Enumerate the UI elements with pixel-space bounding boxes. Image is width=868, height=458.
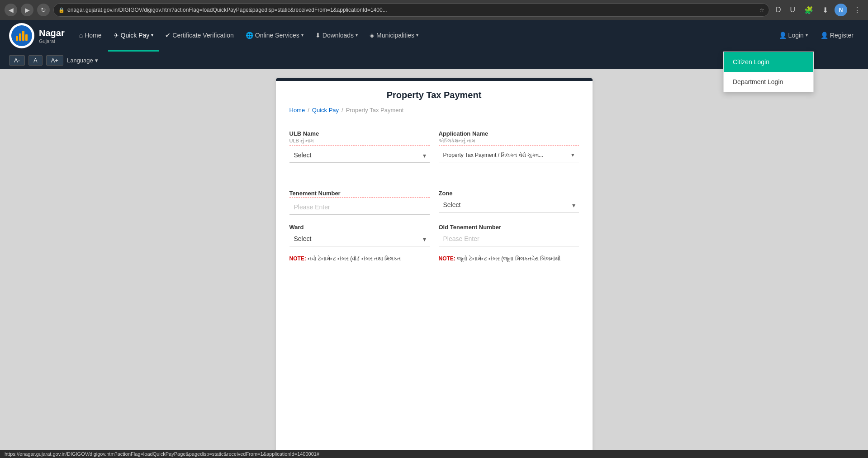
- ulb-select[interactable]: Select: [289, 148, 430, 163]
- nav-quick-pay-label: Quick Pay: [121, 32, 150, 39]
- logo-area: Nagar Gujarat: [9, 23, 65, 48]
- nav-downloads[interactable]: ⬇ Downloads ▾: [310, 20, 363, 52]
- app-name-value: Property Tax Payment / મિલકત વેરો ચુકવ..…: [443, 152, 544, 158]
- ward-group: Ward Select: [289, 224, 430, 246]
- form-row-3: Ward Select Old Tenement Number: [289, 224, 579, 246]
- app-name-display: Property Tax Payment / મિલકત વેરો ચુકવ..…: [439, 148, 579, 162]
- ward-select[interactable]: Select: [289, 231, 430, 246]
- bar3: [22, 31, 24, 41]
- old-tenement-group: Old Tenement Number: [439, 224, 579, 246]
- quick-pay-icon: ✈: [114, 32, 119, 39]
- main-navbar: Nagar Gujarat ⌂ Home ✈ Quick Pay ▾ ✔ Cer…: [0, 20, 868, 52]
- reload-button[interactable]: ↻: [37, 4, 50, 16]
- nav-login[interactable]: 👤 Login ▾: [773, 20, 813, 52]
- star-icon: ☆: [759, 7, 764, 13]
- extension-u-btn[interactable]: U: [787, 5, 798, 15]
- bar4: [25, 34, 28, 41]
- url-bar[interactable]: 🔒 enagar.gujarat.gov.in/DIGIGOV/digigov.…: [53, 3, 769, 17]
- logo-circle: [9, 23, 34, 48]
- app-name-label: Application Name: [439, 130, 579, 137]
- logo-inner: [11, 25, 32, 46]
- forward-button[interactable]: ▶: [21, 4, 33, 16]
- register-icon: 👤: [821, 32, 828, 39]
- main-content: Property Tax Payment Home / Quick Pay / …: [0, 69, 868, 458]
- nav-online-services-label: Online Services: [255, 32, 299, 39]
- tenement-group: Tenement Number: [289, 190, 430, 215]
- logo-text: Nagar Gujarat: [39, 28, 65, 44]
- zone-group: Zone Select: [439, 190, 579, 215]
- breadcrumb: Home / Quick Pay / Property Tax Payment: [276, 105, 593, 121]
- nav-cert-label: Certificate Verification: [172, 32, 233, 39]
- note1-bold: NOTE:: [289, 255, 306, 262]
- login-icon: 👤: [779, 32, 787, 39]
- zone-select-wrap: Select: [439, 198, 579, 212]
- content-card: Property Tax Payment Home / Quick Pay / …: [276, 78, 593, 458]
- tenement-input[interactable]: [289, 200, 430, 215]
- ulb-name-label: ULB Name: [289, 130, 430, 137]
- language-label: Language: [67, 57, 93, 64]
- app-name-sublabel: એપ્લિકેશનનું નામ: [439, 138, 579, 144]
- login-caret-icon: ▾: [806, 33, 808, 38]
- home-icon: ⌂: [79, 32, 83, 39]
- status-bar: https://enagar.gujarat.gov.in/DIGIGOV/di…: [0, 450, 868, 458]
- ulb-select-wrap: Select: [289, 148, 430, 163]
- profile-avatar[interactable]: N: [835, 4, 847, 16]
- nav-municipalities-label: Municipalities: [376, 32, 414, 39]
- nav-home[interactable]: ⌂ Home: [74, 20, 107, 52]
- font-decrease-btn[interactable]: A-: [9, 55, 25, 66]
- browser-chrome: ◀ ▶ ↻ 🔒 enagar.gujarat.gov.in/DIGIGOV/di…: [0, 0, 868, 20]
- extension-d-btn[interactable]: D: [773, 5, 784, 15]
- cert-icon: ✔: [165, 32, 171, 39]
- font-normal-btn[interactable]: A: [28, 55, 43, 66]
- menu-btn[interactable]: ⋮: [851, 5, 863, 15]
- logo-subtitle: Gujarat: [39, 38, 65, 44]
- breadcrumb-quick-pay[interactable]: Quick Pay: [312, 107, 339, 113]
- page-title: Property Tax Payment: [276, 81, 593, 105]
- old-tenement-label: Old Tenement Number: [439, 224, 579, 231]
- nav-online-services[interactable]: 🌐 Online Services ▾: [240, 20, 309, 52]
- app-name-caret-icon: ▾: [571, 151, 574, 158]
- nav-cert-verify[interactable]: ✔ Certificate Verification: [160, 20, 239, 52]
- ulb-name-sublabel: ULB નું નામ: [289, 138, 430, 144]
- note2-bold: NOTE:: [439, 255, 455, 262]
- app-required-dot: [439, 146, 579, 146]
- form-body: ULB Name ULB નું નામ Select Application …: [276, 121, 593, 271]
- online-services-icon: 🌐: [246, 32, 253, 39]
- breadcrumb-current: Property Tax Payment: [346, 107, 404, 113]
- ward-select-wrap: Select: [289, 231, 430, 246]
- breadcrumb-sep2: /: [342, 107, 343, 113]
- nav-municipalities[interactable]: ◈ Municipalities ▾: [364, 20, 424, 52]
- login-dropdown: Citizen Login Department Login: [723, 52, 814, 92]
- nav-right: 👤 Login ▾ 👤 Register: [773, 20, 859, 52]
- note2-box: NOTE: જૂનો ટેનામેન્ટ નંબર (જૂના મિલકતવેર…: [439, 255, 579, 262]
- nav-register[interactable]: 👤 Register: [815, 20, 859, 52]
- nav-home-label: Home: [85, 32, 101, 39]
- logo-bars: [16, 31, 28, 41]
- quick-pay-caret-icon: ▾: [151, 33, 153, 38]
- old-tenement-input[interactable]: [439, 231, 579, 246]
- downloads-caret-icon: ▾: [356, 33, 358, 38]
- nav-downloads-label: Downloads: [323, 32, 354, 39]
- font-increase-btn[interactable]: A+: [46, 55, 63, 66]
- tenement-label: Tenement Number: [289, 190, 430, 197]
- breadcrumb-home[interactable]: Home: [289, 107, 305, 113]
- tenement-required-dot: [289, 198, 430, 198]
- municipalities-caret-icon: ▾: [416, 33, 418, 38]
- language-btn[interactable]: Language ▾: [67, 57, 98, 64]
- lock-icon: 🔒: [58, 7, 65, 13]
- municipalities-icon: ◈: [370, 32, 375, 39]
- extensions-btn[interactable]: 🧩: [802, 5, 816, 15]
- note1-text: નવો ટેનામેન્ટ નંબર (વૉર્ડ નંબર તથા મિલકત: [306, 255, 401, 262]
- zone-select[interactable]: Select: [439, 198, 579, 212]
- ulb-name-group: ULB Name ULB નું નામ Select: [289, 130, 430, 163]
- nav-login-label: Login: [788, 32, 804, 39]
- nav-quick-pay[interactable]: ✈ Quick Pay ▾: [108, 20, 159, 52]
- department-login-item[interactable]: Department Login: [724, 72, 813, 92]
- citizen-login-item[interactable]: Citizen Login: [724, 52, 813, 72]
- download-btn[interactable]: ⬇: [820, 5, 831, 15]
- bar2: [19, 33, 21, 41]
- notes-row: NOTE: નવો ટેનામેન્ટ નંબર (વૉર્ડ નંબર તથા…: [289, 255, 579, 262]
- app-name-group: Application Name એપ્લિકેશનનું નામ Proper…: [439, 130, 579, 163]
- note2-text: જૂનો ટેનામેન્ટ નંબર (જૂના મિલકતવેરા બિલમ…: [455, 255, 560, 262]
- back-button[interactable]: ◀: [5, 4, 17, 16]
